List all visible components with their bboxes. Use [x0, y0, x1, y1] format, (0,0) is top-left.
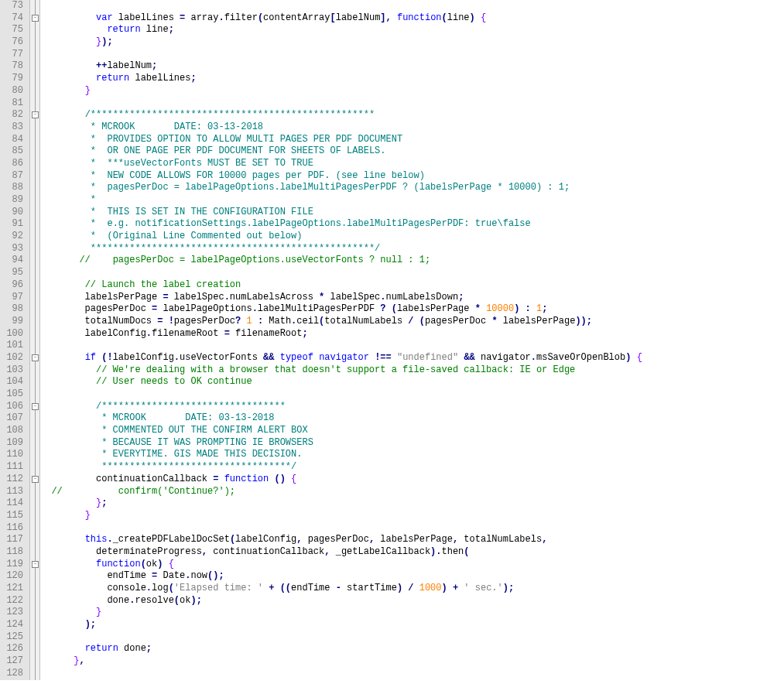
- code-line[interactable]: },: [40, 655, 784, 668]
- code-line[interactable]: });: [40, 36, 784, 49]
- code-line[interactable]: * ***useVectorFonts MUST BE SET TO TRUE: [40, 158, 784, 170]
- fold-toggle[interactable]: -: [32, 476, 39, 483]
- code-line[interactable]: * e.g. notificationSettings.labelPageOpt…: [40, 218, 784, 231]
- code-line[interactable]: // pagesPerDoc = labelPageOptions.useVec…: [40, 255, 784, 267]
- line-number: 81: [0, 97, 26, 110]
- line-number: 97: [0, 292, 26, 304]
- code-line[interactable]: * NEW CODE ALLOWS FOR 10000 pages per PD…: [40, 170, 784, 183]
- fold-toggle[interactable]: -: [32, 15, 39, 22]
- code-line[interactable]: function(ok) {: [40, 559, 784, 571]
- code-line[interactable]: [40, 0, 784, 12]
- line-number: 127: [0, 655, 26, 668]
- line-number: 128: [0, 668, 26, 680]
- code-line[interactable]: // We're dealing with a browser that doe…: [40, 364, 784, 377]
- line-number: 93: [0, 243, 26, 255]
- line-number: 120: [0, 570, 26, 583]
- code-line[interactable]: * MCROOK DATE: 03-13-2018: [40, 121, 784, 134]
- code-line[interactable]: * COMMENTED OUT THE CONFIRM ALERT BOX: [40, 425, 784, 437]
- code-line[interactable]: return labelLines;: [40, 73, 784, 85]
- line-number: 105: [0, 388, 26, 401]
- code-line[interactable]: labelConfig.filenameRoot = filenameRoot;: [40, 328, 784, 340]
- code-line[interactable]: [40, 340, 784, 352]
- code-line[interactable]: // User needs to OK continue: [40, 376, 784, 388]
- code-line[interactable]: /***************************************…: [40, 109, 784, 121]
- line-number: 100: [0, 328, 26, 340]
- fold-toggle[interactable]: -: [32, 561, 39, 568]
- code-area[interactable]: var labelLines = array.filter(contentArr…: [40, 0, 784, 680]
- code-line[interactable]: labelsPerPage = labelSpec.numLabelsAcros…: [40, 292, 784, 304]
- code-line[interactable]: * pagesPerDoc = labelPageOptions.labelMu…: [40, 182, 784, 194]
- line-number: 126: [0, 643, 26, 655]
- line-number-gutter: 7374757677787980818283848586878889909192…: [0, 0, 29, 680]
- code-line[interactable]: /*********************************: [40, 401, 784, 413]
- code-line[interactable]: continuationCallback = function () {: [40, 474, 784, 486]
- line-number: 82: [0, 109, 26, 121]
- code-line[interactable]: ++labelNum;: [40, 60, 784, 73]
- line-number: 117: [0, 534, 26, 546]
- fold-guide-line: [35, 0, 36, 680]
- code-line[interactable]: * (Original Line Commented out below): [40, 231, 784, 243]
- line-number: 104: [0, 376, 26, 388]
- code-line[interactable]: }: [40, 510, 784, 522]
- line-number: 96: [0, 279, 26, 292]
- line-number: 98: [0, 303, 26, 316]
- code-line[interactable]: pagesPerDoc = labelPageOptions.labelMult…: [40, 303, 784, 316]
- line-number: 107: [0, 412, 26, 425]
- line-number: 92: [0, 231, 26, 243]
- code-line[interactable]: ****************************************…: [40, 243, 784, 255]
- code-line[interactable]: [40, 267, 784, 279]
- line-number: 99: [0, 316, 26, 328]
- code-line[interactable]: }: [40, 85, 784, 97]
- code-line[interactable]: [40, 49, 784, 61]
- code-line[interactable]: * OR ONE PAGE PER PDF DOCUMENT FOR SHEET…: [40, 145, 784, 158]
- line-number: 111: [0, 461, 26, 474]
- code-line[interactable]: * THIS IS SET IN THE CONFIGURATION FILE: [40, 207, 784, 219]
- code-line[interactable]: [40, 631, 784, 644]
- code-line[interactable]: *: [40, 194, 784, 207]
- code-line[interactable]: * MCROOK DATE: 03-13-2018: [40, 412, 784, 425]
- fold-column[interactable]: ------: [29, 0, 40, 680]
- line-number: 108: [0, 425, 26, 437]
- code-line[interactable]: if (!labelConfig.useVectorFonts && typeo…: [40, 352, 784, 364]
- line-number: 83: [0, 121, 26, 134]
- code-line[interactable]: **********************************/: [40, 461, 784, 474]
- code-line[interactable]: return done;: [40, 643, 784, 655]
- line-number: 74: [0, 12, 26, 25]
- line-number: 94: [0, 255, 26, 267]
- code-line[interactable]: // Launch the label creation: [40, 279, 784, 292]
- code-line[interactable]: // confirm('Continue?');: [40, 486, 784, 498]
- fold-toggle[interactable]: -: [32, 354, 39, 361]
- code-line[interactable]: endTime = Date.now();: [40, 570, 784, 583]
- line-number: 95: [0, 267, 26, 279]
- code-line[interactable]: * BECAUSE IT WAS PROMPTING IE BROWSERS: [40, 437, 784, 450]
- code-line[interactable]: [40, 97, 784, 110]
- code-line[interactable]: };: [40, 498, 784, 510]
- code-line[interactable]: [40, 522, 784, 535]
- fold-toggle[interactable]: -: [32, 111, 39, 118]
- code-line[interactable]: var labelLines = array.filter(contentArr…: [40, 12, 784, 25]
- code-line[interactable]: this._createPDFLabelDocSet(labelConfig, …: [40, 534, 784, 546]
- line-number: 78: [0, 60, 26, 73]
- code-line[interactable]: [40, 668, 784, 680]
- code-line[interactable]: [40, 388, 784, 401]
- code-line[interactable]: );: [40, 619, 784, 631]
- line-number: 77: [0, 49, 26, 61]
- line-number: 76: [0, 36, 26, 49]
- code-line[interactable]: determinateProgress, continuationCallbac…: [40, 546, 784, 559]
- line-number: 90: [0, 207, 26, 219]
- line-number: 73: [0, 0, 26, 12]
- line-number: 85: [0, 145, 26, 158]
- code-line[interactable]: console.log('Elapsed time: ' + ((endTime…: [40, 583, 784, 595]
- code-line[interactable]: * EVERYTIME. GIS MADE THIS DECISION.: [40, 449, 784, 461]
- fold-toggle[interactable]: -: [32, 403, 39, 410]
- code-line[interactable]: return line;: [40, 24, 784, 36]
- line-number: 79: [0, 73, 26, 85]
- code-line[interactable]: }: [40, 607, 784, 619]
- code-line[interactable]: done.resolve(ok);: [40, 595, 784, 607]
- line-number: 75: [0, 24, 26, 36]
- line-number: 121: [0, 583, 26, 595]
- line-number: 119: [0, 559, 26, 571]
- code-line[interactable]: * PROVIDES OPTION TO ALLOW MULTI PAGES P…: [40, 134, 784, 146]
- code-line[interactable]: totalNumDocs = !pagesPerDoc? 1 : Math.ce…: [40, 316, 784, 328]
- line-number: 110: [0, 449, 26, 461]
